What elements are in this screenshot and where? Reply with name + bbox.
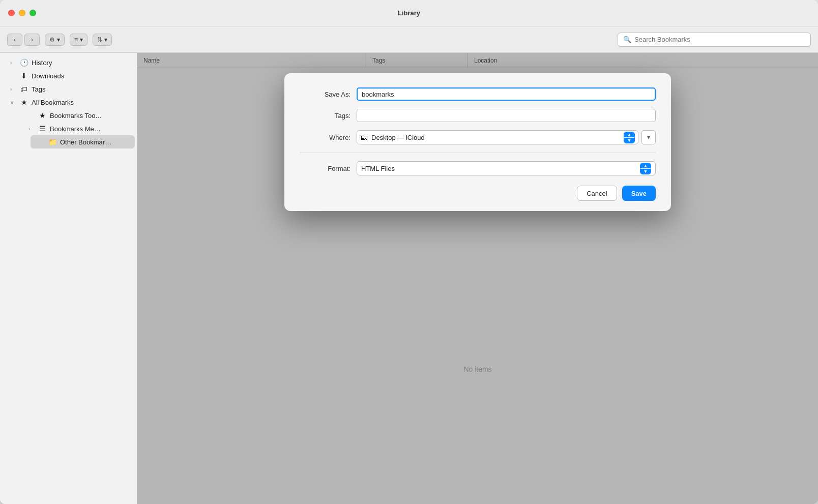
bookmarks-toolbar-label: Bookmarks Too… <box>50 112 102 120</box>
sidebar-item-other-bookmarks[interactable]: › 📁 Other Bookmar… <box>31 135 135 149</box>
main-area: › 🕐 History › ⬇ Downloads › 🏷 Tags ∨ ★ A… <box>0 53 818 504</box>
organize-dropdown-icon: ▾ <box>57 36 60 43</box>
format-select[interactable]: HTML Files ▲ ▼ <box>357 161 656 175</box>
sidebar-item-downloads[interactable]: › ⬇ Downloads <box>2 69 135 82</box>
minimize-button[interactable] <box>19 10 25 16</box>
all-bookmarks-icon: ★ <box>19 98 28 106</box>
where-stepper-up[interactable]: ▲ <box>624 132 634 137</box>
traffic-lights <box>8 10 36 16</box>
sidebar-item-all-bookmarks[interactable]: ∨ ★ All Bookmarks <box>2 96 135 109</box>
forward-button[interactable]: › <box>24 34 40 46</box>
tags-input[interactable] <box>357 109 656 122</box>
sidebar-item-bookmarks-toolbar[interactable]: › ★ Bookmarks Too… <box>20 109 135 122</box>
format-value: HTML Files <box>361 165 637 172</box>
format-label: Format: <box>300 165 350 172</box>
gear-icon: ⚙ <box>49 36 55 43</box>
format-stepper-down[interactable]: ▼ <box>640 169 651 174</box>
save-as-input[interactable] <box>357 87 656 101</box>
history-icon: 🕐 <box>19 58 28 67</box>
where-stepper[interactable]: ▲ ▼ <box>624 132 635 143</box>
sidebar: › 🕐 History › ⬇ Downloads › 🏷 Tags ∨ ★ A… <box>0 53 137 504</box>
maximize-button[interactable] <box>30 10 36 16</box>
all-bookmarks-chevron-icon: ∨ <box>10 100 16 105</box>
close-button[interactable] <box>8 10 15 16</box>
modal-overlay: Save As: Tags: Where: <box>137 53 818 504</box>
titlebar: Library <box>0 0 818 26</box>
content-area: Name Tags Location No items Save As: <box>137 53 818 504</box>
search-input[interactable] <box>634 36 805 43</box>
format-stepper[interactable]: ▲ ▼ <box>640 163 651 174</box>
sort-dropdown-icon: ▾ <box>104 36 107 43</box>
all-bookmarks-label: All Bookmarks <box>32 99 74 106</box>
sidebar-item-history[interactable]: › 🕐 History <box>2 56 135 69</box>
chevron-down-icon: ▾ <box>647 134 650 141</box>
expand-button[interactable]: ▾ <box>641 130 656 144</box>
save-as-row: Save As: <box>300 87 656 101</box>
sidebar-item-bookmarks-menu[interactable]: › ☰ Bookmarks Me… <box>20 122 135 135</box>
bookmarks-toolbar-icon: ★ <box>38 111 47 120</box>
dialog-body: Save As: Tags: Where: <box>284 87 671 186</box>
search-icon: 🔍 <box>623 36 631 43</box>
history-label: History <box>32 59 52 67</box>
bookmarks-menu-icon: ☰ <box>38 125 47 133</box>
nav-buttons: ‹ › <box>7 34 40 46</box>
folder-icon: 🗂 <box>360 133 368 142</box>
downloads-label: Downloads <box>32 72 64 80</box>
divider <box>300 153 656 153</box>
back-button[interactable]: ‹ <box>7 34 22 46</box>
tags-chevron-icon: › <box>10 86 16 92</box>
window-title: Library <box>398 9 420 17</box>
where-row: Where: 🗂 Desktop — iCloud ▲ ▼ <box>300 130 656 144</box>
view-button[interactable]: ≡ ▾ <box>70 34 87 46</box>
format-stepper-up[interactable]: ▲ <box>640 163 651 168</box>
sort-icon: ⇅ <box>97 36 102 43</box>
sort-button[interactable]: ⇅ ▾ <box>93 34 112 46</box>
where-label: Where: <box>300 134 350 141</box>
format-row: Format: HTML Files ▲ ▼ <box>300 161 656 175</box>
tags-row: Tags: <box>300 109 656 122</box>
search-bar: 🔍 <box>618 33 811 47</box>
organize-button[interactable]: ⚙ ▾ <box>45 34 65 46</box>
save-button[interactable]: Save <box>622 186 656 201</box>
window: Library ‹ › ⚙ ▾ ≡ ▾ ⇅ ▾ 🔍 › 🕐 <box>0 0 818 504</box>
view-dropdown-icon: ▾ <box>80 36 83 43</box>
tags-label: Tags <box>32 85 45 93</box>
where-select[interactable]: 🗂 Desktop — iCloud ▲ ▼ <box>357 130 638 144</box>
dialog-footer: Cancel Save <box>284 186 671 201</box>
cancel-button[interactable]: Cancel <box>577 186 617 201</box>
save-as-label: Save As: <box>300 91 350 98</box>
history-chevron-icon: › <box>10 60 16 66</box>
bk-menu-chevron-icon: › <box>28 126 35 132</box>
where-value: Desktop — iCloud <box>371 134 621 141</box>
toolbar: ‹ › ⚙ ▾ ≡ ▾ ⇅ ▾ 🔍 <box>0 26 818 53</box>
tags-label: Tags: <box>300 112 350 120</box>
downloads-icon: ⬇ <box>19 72 28 80</box>
list-icon: ≡ <box>74 36 78 43</box>
where-stepper-down[interactable]: ▼ <box>624 138 634 143</box>
other-bookmarks-label: Other Bookmar… <box>60 138 111 146</box>
where-select-wrapper: 🗂 Desktop — iCloud ▲ ▼ ▾ <box>357 130 656 144</box>
save-dialog: Save As: Tags: Where: <box>284 73 671 211</box>
bookmarks-menu-label: Bookmarks Me… <box>50 125 101 133</box>
tags-icon: 🏷 <box>19 85 28 93</box>
other-bookmarks-icon: 📁 <box>48 138 57 146</box>
sidebar-item-tags[interactable]: › 🏷 Tags <box>2 82 135 96</box>
